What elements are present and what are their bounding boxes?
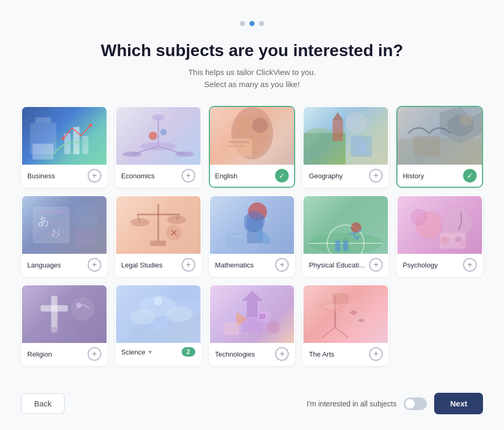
card-label-legal: Legal Studies bbox=[121, 261, 163, 269]
add-legal[interactable]: + bbox=[182, 258, 195, 272]
card-label-economics: Economics bbox=[121, 172, 155, 180]
subject-card-geography[interactable]: Geography + bbox=[302, 106, 389, 188]
subject-image-history bbox=[397, 107, 482, 165]
svg-point-5 bbox=[61, 137, 65, 140]
svg-rect-0 bbox=[30, 123, 56, 154]
dot-1[interactable] bbox=[240, 21, 245, 26]
card-bottom-legal: Legal Studies + bbox=[116, 254, 201, 276]
svg-rect-68 bbox=[40, 305, 68, 311]
subjects-grid: Business + bbox=[21, 106, 483, 366]
subject-card-science[interactable]: Science ▼ 2 bbox=[115, 284, 202, 366]
subject-card-economics[interactable]: Economics + bbox=[115, 106, 202, 188]
subject-card-languages[interactable]: あ お Languages + bbox=[21, 195, 108, 277]
subject-card-religion[interactable]: Religion + bbox=[21, 284, 108, 366]
add-geography[interactable]: + bbox=[369, 169, 383, 182]
add-history[interactable]: ✓ bbox=[463, 169, 477, 182]
subject-image-economics bbox=[116, 107, 201, 165]
plus-icon-economics: + bbox=[186, 171, 191, 180]
subject-card-arts[interactable]: The Arts + bbox=[302, 284, 389, 366]
card-bottom-science: Science ▼ 2 bbox=[116, 343, 201, 361]
add-economics[interactable]: + bbox=[182, 169, 195, 182]
svg-rect-59 bbox=[335, 241, 341, 251]
card-bottom-tech: Technologies + bbox=[210, 343, 295, 365]
svg-rect-60 bbox=[343, 241, 349, 251]
all-subjects-toggle[interactable] bbox=[404, 397, 427, 410]
card-label-pe: Physical Educati... bbox=[309, 261, 364, 269]
svg-rect-39 bbox=[75, 230, 96, 246]
card-label-science: Science bbox=[121, 348, 145, 356]
add-psychology[interactable]: + bbox=[463, 258, 477, 272]
card-bottom-english: English ✓ bbox=[210, 165, 295, 187]
add-tech[interactable]: + bbox=[275, 347, 289, 361]
svg-rect-52 bbox=[226, 233, 247, 249]
subject-card-business[interactable]: Business + bbox=[21, 106, 108, 188]
card-label-geography: Geography bbox=[309, 172, 342, 180]
plus-icon-legal: + bbox=[186, 261, 191, 269]
subject-image-languages: あ お bbox=[22, 196, 107, 254]
svg-point-11 bbox=[122, 152, 141, 157]
add-pe[interactable]: + bbox=[369, 258, 383, 272]
subject-image-business bbox=[22, 107, 107, 165]
dot-3[interactable] bbox=[259, 21, 264, 26]
svg-rect-19 bbox=[228, 141, 249, 143]
svg-rect-23 bbox=[333, 120, 343, 141]
svg-point-65 bbox=[455, 236, 461, 242]
svg-rect-20 bbox=[228, 145, 244, 147]
subject-image-math bbox=[210, 196, 295, 254]
svg-text:あ: あ bbox=[38, 214, 50, 228]
page-container: Which subjects are you interested in? Th… bbox=[0, 0, 504, 430]
subject-image-pe bbox=[303, 196, 388, 254]
page-subtitle: This helps us tailor ClickView to you. S… bbox=[188, 67, 316, 90]
add-math[interactable]: + bbox=[275, 258, 289, 272]
subject-card-tech[interactable]: 30 Technologies + bbox=[209, 284, 296, 366]
card-bottom-history: History ✓ bbox=[397, 165, 482, 187]
svg-rect-67 bbox=[51, 296, 57, 332]
card-label-english: English bbox=[215, 172, 238, 180]
back-button[interactable]: Back bbox=[21, 393, 65, 414]
card-label-languages: Languages bbox=[27, 261, 61, 269]
plus-icon-math: + bbox=[280, 261, 285, 269]
card-bottom-pe: Physical Educati... + bbox=[303, 254, 388, 276]
add-business[interactable]: + bbox=[88, 169, 101, 182]
svg-rect-4 bbox=[82, 136, 88, 154]
dot-2[interactable] bbox=[249, 21, 255, 26]
svg-point-13 bbox=[149, 132, 157, 140]
subject-image-geography bbox=[303, 107, 388, 165]
svg-point-69 bbox=[71, 297, 94, 320]
card-label-tech: Technologies bbox=[215, 350, 255, 358]
science-badge[interactable]: 2 bbox=[182, 347, 195, 357]
subject-card-math[interactable]: Mathematics + bbox=[209, 195, 296, 277]
subject-image-tech: 30 bbox=[210, 285, 295, 343]
add-languages[interactable]: + bbox=[88, 258, 101, 272]
science-dropdown[interactable]: Science ▼ bbox=[121, 348, 153, 356]
card-label-math: Mathematics bbox=[215, 261, 254, 269]
subject-card-history[interactable]: History ✓ bbox=[396, 106, 483, 188]
subject-image-psychology bbox=[397, 196, 482, 254]
svg-point-70 bbox=[76, 303, 81, 308]
card-bottom-arts: The Arts + bbox=[303, 343, 388, 365]
svg-rect-46 bbox=[150, 241, 166, 246]
subject-image-english bbox=[210, 107, 295, 165]
subject-card-pe[interactable]: Physical Educati... + bbox=[302, 195, 389, 277]
footer-bar: Back I'm interested in all subjects Next bbox=[21, 382, 483, 420]
progress-dots bbox=[240, 21, 264, 26]
subject-card-psychology[interactable]: Psychology + bbox=[396, 195, 483, 277]
svg-point-17 bbox=[252, 117, 268, 133]
card-bottom-languages: Languages + bbox=[22, 254, 107, 276]
card-label-business: Business bbox=[27, 172, 55, 180]
next-button[interactable]: Next bbox=[434, 393, 483, 414]
svg-point-66 bbox=[461, 241, 466, 246]
svg-rect-88 bbox=[333, 293, 349, 304]
add-arts[interactable]: + bbox=[369, 347, 383, 361]
svg-line-86 bbox=[322, 327, 335, 338]
svg-marker-24 bbox=[333, 112, 343, 120]
card-label-arts: The Arts bbox=[309, 350, 334, 358]
add-english[interactable]: ✓ bbox=[275, 169, 289, 182]
svg-text:30: 30 bbox=[258, 313, 266, 320]
svg-point-10 bbox=[140, 142, 176, 150]
subject-card-english[interactable]: English ✓ bbox=[209, 106, 296, 188]
plus-icon-pe: + bbox=[374, 261, 379, 269]
subject-card-legal[interactable]: Legal Studies + bbox=[115, 195, 202, 277]
svg-rect-53 bbox=[228, 235, 244, 238]
add-religion[interactable]: + bbox=[88, 347, 101, 361]
